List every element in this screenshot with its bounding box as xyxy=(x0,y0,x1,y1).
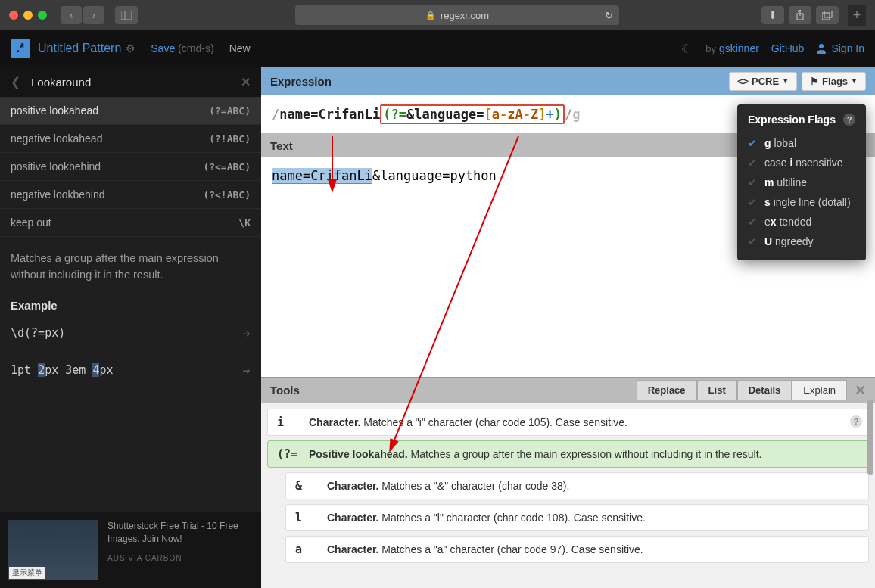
sidebar-header: ❮ Lookaround ✕ xyxy=(0,67,261,97)
tabs-button[interactable] xyxy=(816,6,839,24)
share-button[interactable] xyxy=(789,6,811,24)
explain-row[interactable]: iCharacter. Matches a "i" character (cha… xyxy=(267,409,869,436)
tools-label: Tools xyxy=(270,384,300,397)
regex-literal: name=CrifanLi xyxy=(279,107,380,122)
sidebar-icon xyxy=(121,11,132,20)
tool-tab-list[interactable]: List xyxy=(697,380,737,400)
sidebar-item-code: \K xyxy=(238,217,251,229)
example-arrow-icon: ➔ xyxy=(242,323,251,344)
flag-item[interactable]: ✔s ingle line (dotall) xyxy=(748,192,855,212)
example-code-row[interactable]: \d(?=px) ➔ xyxy=(11,323,251,344)
explain-token: i xyxy=(277,415,298,429)
sidebar-back-icon[interactable]: ❮ xyxy=(11,75,20,89)
sidebar-item-label: positive lookahead xyxy=(11,104,209,117)
author-link[interactable]: gskinner xyxy=(719,42,759,54)
sidebar-toggle-button[interactable] xyxy=(115,6,138,24)
sidebar-item[interactable]: negative lookahead(?!ABC) xyxy=(0,125,261,153)
forward-button[interactable]: › xyxy=(83,6,104,24)
pattern-name[interactable]: Untitled Pattern xyxy=(38,42,121,55)
explain-row[interactable]: &Character. Matches a "&" character (cha… xyxy=(285,472,869,499)
sidebar-item-code: (?!ABC) xyxy=(209,133,251,145)
check-icon: ✔ xyxy=(748,196,758,208)
sidebar-title: Lookaround xyxy=(31,76,91,89)
flag-item[interactable]: ✔g lobal xyxy=(748,133,855,153)
by-text: by xyxy=(705,43,716,54)
flag-item[interactable]: ✔case i nsensitive xyxy=(748,153,855,173)
traffic-lights xyxy=(9,11,47,20)
tool-tab-replace[interactable]: Replace xyxy=(637,380,697,400)
sidebar-item-code: (?=ABC) xyxy=(209,105,251,117)
explain-token: a xyxy=(295,543,316,556)
help-icon[interactable]: ? xyxy=(843,114,855,126)
tools-close-icon[interactable]: ✕ xyxy=(855,382,866,399)
new-tab-button[interactable]: + xyxy=(848,5,866,26)
sidebar-item[interactable]: keep out\K xyxy=(0,209,261,237)
address-bar[interactable]: 🔒 regexr.com ↻ xyxy=(295,5,619,25)
text-match: name=CrifanLi xyxy=(272,168,372,184)
tool-tab-explain[interactable]: Explain xyxy=(792,380,847,400)
regex-delimiter: / xyxy=(272,107,279,122)
regex-flags: g xyxy=(572,107,580,122)
chevron-down-icon: ▼ xyxy=(851,77,858,85)
sidebar-item[interactable]: positive lookahead(?=ABC) xyxy=(0,97,261,125)
engine-selector[interactable]: <> PCRE ▼ xyxy=(729,72,797,91)
explain-row[interactable]: lCharacter. Matches a "l" character (cha… xyxy=(285,504,869,531)
explain-text: Character. Matches a "a" character (char… xyxy=(327,543,859,555)
maximize-window-button[interactable] xyxy=(38,11,47,20)
example-arrow-icon: ➔ xyxy=(242,360,251,381)
signin-button[interactable]: Sign In xyxy=(816,42,864,54)
explain-token: (?= xyxy=(277,447,298,461)
sidebar-close-icon[interactable]: ✕ xyxy=(241,75,251,89)
explain-row[interactable]: (?=Positive lookahead. Matches a group a… xyxy=(267,440,869,468)
expression-header: Expression <> PCRE ▼ ⚑ Flags ▼ xyxy=(261,67,875,95)
close-window-button[interactable] xyxy=(9,11,18,20)
sidebar-item-code: (?<!ABC) xyxy=(203,189,251,201)
flag-item[interactable]: ✔U ngreedy xyxy=(748,232,855,251)
lookahead-highlight: (?=&language=[a-zA-Z]+) xyxy=(380,104,565,124)
example-code: \d(?=px) xyxy=(11,325,65,342)
sidebar-ad[interactable]: 显示菜单 Shutterstock Free Trial - 10 Free I… xyxy=(0,512,261,588)
flags-dropdown: Expression Flags ? ✔g lobal✔case i nsens… xyxy=(737,104,866,260)
flag-item[interactable]: ✔ex tended xyxy=(748,212,855,232)
explain-token: l xyxy=(295,511,316,524)
explain-text: Positive lookahead. Matches a group afte… xyxy=(309,448,859,460)
theme-toggle[interactable]: ☾ xyxy=(681,42,692,56)
flags-dropdown-title: Expression Flags ? xyxy=(748,114,855,126)
minimize-window-button[interactable] xyxy=(23,11,33,20)
main-layout: ❮ Lookaround ✕ positive lookahead(?=ABC)… xyxy=(0,67,875,588)
back-button[interactable]: ‹ xyxy=(61,6,82,24)
regex-charclass: [ xyxy=(484,107,491,122)
app-logo[interactable]: .* xyxy=(11,39,30,58)
flags-selector[interactable]: ⚑ Flags ▼ xyxy=(802,72,866,91)
sidebar-item-label: negative lookbehind xyxy=(11,188,203,201)
vertical-scrollbar[interactable] xyxy=(867,400,873,475)
example-text: 1pt 2px 3em 4px xyxy=(11,362,113,379)
tools-tabs: ReplaceListDetailsExplain xyxy=(637,380,847,400)
gear-icon[interactable]: ⚙ xyxy=(126,42,135,54)
sidebar: ❮ Lookaround ✕ positive lookahead(?=ABC)… xyxy=(0,67,261,588)
refresh-icon[interactable]: ↻ xyxy=(605,10,613,21)
tabs-icon xyxy=(822,11,833,20)
expression-label: Expression xyxy=(270,75,332,88)
help-icon[interactable]: ? xyxy=(850,415,862,428)
save-button[interactable]: Save xyxy=(151,42,175,54)
flags-list: ✔g lobal✔case i nsensitive✔m ultiline✔s … xyxy=(748,133,855,251)
regex-lookahead-close: ) xyxy=(554,107,562,122)
new-button[interactable]: New xyxy=(229,42,251,54)
browser-right-buttons: ⬇ xyxy=(761,6,839,24)
download-button[interactable]: ⬇ xyxy=(761,6,784,24)
sidebar-item[interactable]: negative lookbehind(?<!ABC) xyxy=(0,181,261,209)
example-heading: Example xyxy=(11,297,251,315)
check-icon: ✔ xyxy=(748,137,758,149)
tool-tab-details[interactable]: Details xyxy=(737,380,792,400)
svg-point-6 xyxy=(819,44,824,48)
github-link[interactable]: GitHub xyxy=(771,42,805,54)
explain-text: Character. Matches a "i" character (char… xyxy=(309,416,859,428)
svg-rect-0 xyxy=(121,11,132,20)
explain-token: & xyxy=(295,479,316,493)
sidebar-item[interactable]: positive lookbehind(?<=ABC) xyxy=(0,153,261,181)
regex-delimiter: / xyxy=(565,107,572,122)
example-text-row[interactable]: 1pt 2px 3em 4px ➔ xyxy=(11,360,251,381)
explain-row[interactable]: aCharacter. Matches a "a" character (cha… xyxy=(285,536,869,563)
flag-item[interactable]: ✔m ultiline xyxy=(748,173,855,192)
